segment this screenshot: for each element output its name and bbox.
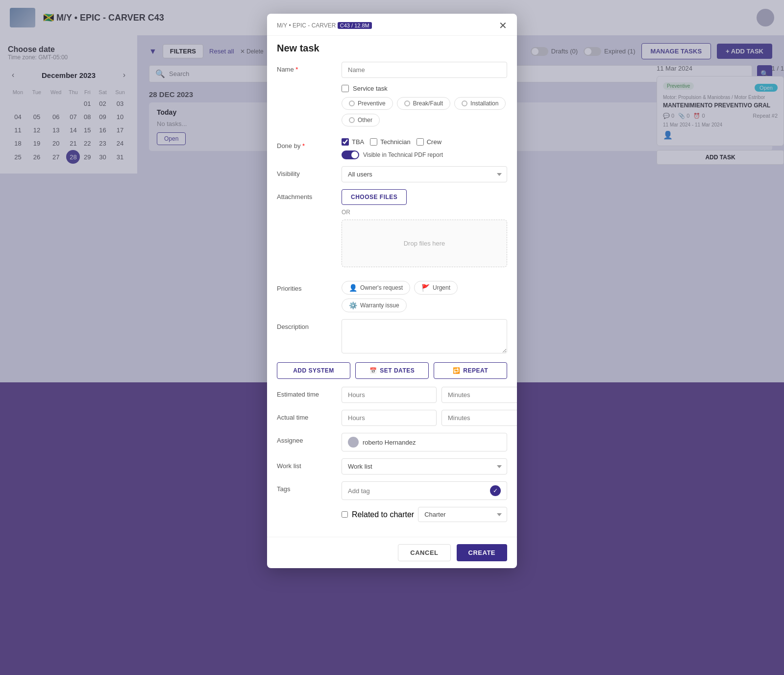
tags-field: ✓ bbox=[342, 481, 507, 500]
repeat-icon: 🔁 bbox=[453, 367, 461, 374]
crew-option: Crew bbox=[416, 138, 441, 146]
actual-time-inputs bbox=[342, 410, 517, 426]
attachments-field: CHOOSE FILES OR Drop files here bbox=[342, 189, 507, 267]
visibility-select[interactable]: All users Owner only Crew only bbox=[342, 166, 507, 182]
assignee-label: Assignee bbox=[277, 433, 336, 444]
tags-check-icon[interactable]: ✓ bbox=[490, 485, 501, 496]
modal-body: Name * Service task Preventive bbox=[267, 54, 517, 537]
installation-dot bbox=[462, 100, 467, 106]
charter-spacer bbox=[277, 507, 336, 511]
installation-label: Installation bbox=[470, 100, 498, 107]
crew-checkbox[interactable] bbox=[416, 138, 424, 146]
tags-label: Tags bbox=[277, 481, 336, 493]
modal-header: M/Y • EPIC - CARVER C43 / 12.8M ✕ bbox=[267, 14, 517, 36]
tags-input[interactable] bbox=[348, 487, 486, 495]
assignee-display[interactable]: roberto Hernandez bbox=[342, 433, 507, 451]
done-by-field: TBA Technician Crew Visible in Technical… bbox=[342, 138, 507, 159]
work-list-select[interactable]: Work list bbox=[342, 458, 507, 475]
type-installation[interactable]: Installation bbox=[454, 97, 506, 110]
priority-warranty-issue[interactable]: ⚙️ Warranty issue bbox=[342, 299, 407, 312]
owners-request-label: Owner's request bbox=[360, 284, 403, 291]
breadcrumb-badge: C43 / 12.8M bbox=[338, 22, 372, 29]
tags-row: Tags ✓ bbox=[277, 481, 507, 500]
set-dates-button[interactable]: 📅 SET DATES bbox=[355, 362, 429, 379]
modal-breadcrumb: M/Y • EPIC - CARVER C43 / 12.8M bbox=[277, 22, 372, 29]
breadcrumb-prefix: M/Y • EPIC - CARVER bbox=[277, 22, 336, 29]
priorities-field: 👤 Owner's request 🚩 Urgent ⚙️ Warranty i… bbox=[342, 281, 507, 312]
modal-close-button[interactable]: ✕ bbox=[499, 21, 507, 30]
visibility-row: Visibility All users Owner only Crew onl… bbox=[277, 166, 507, 182]
charter-checkbox[interactable] bbox=[342, 511, 348, 518]
priority-urgent[interactable]: 🚩 Urgent bbox=[414, 281, 458, 295]
estimated-hours-input[interactable] bbox=[342, 387, 437, 403]
charter-field: Related to charter Charter bbox=[342, 507, 507, 522]
charter-select[interactable]: Charter bbox=[418, 507, 507, 522]
name-row: Name * bbox=[277, 62, 507, 78]
set-dates-label: SET DATES bbox=[380, 367, 415, 374]
or-text: OR bbox=[342, 209, 507, 216]
new-task-modal: M/Y • EPIC - CARVER C43 / 12.8M ✕ New ta… bbox=[267, 14, 517, 568]
done-by-options: TBA Technician Crew bbox=[342, 138, 507, 146]
crew-label: Crew bbox=[427, 138, 441, 146]
cancel-button[interactable]: CANCEL bbox=[398, 544, 450, 561]
description-row: Description bbox=[277, 319, 507, 355]
description-field bbox=[342, 319, 507, 355]
tba-checkbox[interactable] bbox=[342, 138, 349, 146]
urgent-icon: 🚩 bbox=[421, 284, 430, 292]
priority-owners-request[interactable]: 👤 Owner's request bbox=[342, 281, 410, 295]
name-input[interactable] bbox=[342, 62, 507, 78]
preventive-label: Preventive bbox=[358, 100, 386, 107]
work-list-field: Work list bbox=[342, 458, 507, 475]
break-dot bbox=[404, 100, 410, 106]
attachments-row: Attachments CHOOSE FILES OR Drop files h… bbox=[277, 189, 507, 274]
description-textarea[interactable] bbox=[342, 319, 507, 353]
task-type-group: Preventive Break/Fault Installation Othe… bbox=[342, 97, 507, 126]
technician-option: Technician bbox=[370, 138, 410, 146]
priorities-row: Priorities 👤 Owner's request 🚩 Urgent ⚙️… bbox=[277, 281, 507, 312]
priorities-label: Priorities bbox=[277, 281, 336, 292]
modal-title: New task bbox=[267, 36, 517, 54]
assignee-name: roberto Hernandez bbox=[363, 439, 416, 446]
pdf-label: Visible in Technical PDF report bbox=[363, 151, 443, 158]
add-system-button[interactable]: ADD SYSTEM bbox=[277, 362, 350, 379]
work-list-label: Work list bbox=[277, 458, 336, 470]
repeat-button[interactable]: 🔁 REPEAT bbox=[434, 362, 507, 379]
preventive-dot bbox=[349, 100, 355, 106]
type-preventive[interactable]: Preventive bbox=[342, 97, 393, 110]
type-break-fault[interactable]: Break/Fault bbox=[397, 97, 450, 110]
tba-option: TBA bbox=[342, 138, 364, 146]
technician-label: Technician bbox=[380, 138, 410, 146]
pdf-toggle[interactable] bbox=[342, 150, 359, 159]
type-other[interactable]: Other bbox=[342, 114, 380, 126]
create-button[interactable]: CREATE bbox=[457, 544, 507, 561]
estimated-time-row: Estimated time bbox=[277, 387, 507, 403]
service-task-checkbox[interactable] bbox=[342, 85, 349, 92]
estimated-time-field bbox=[342, 387, 517, 403]
drop-zone-text: Drop files here bbox=[404, 240, 445, 247]
assignee-row: Assignee roberto Hernandez bbox=[277, 433, 507, 451]
estimated-minutes-input[interactable] bbox=[441, 387, 517, 403]
charter-row: Related to charter Charter bbox=[277, 507, 507, 522]
technician-checkbox[interactable] bbox=[370, 138, 377, 146]
other-dot bbox=[349, 117, 355, 123]
actual-hours-input[interactable] bbox=[342, 410, 437, 426]
repeat-label: REPEAT bbox=[463, 367, 488, 374]
action-buttons: ADD SYSTEM 📅 SET DATES 🔁 REPEAT bbox=[277, 362, 507, 379]
charter-label: Related to charter bbox=[352, 510, 414, 519]
tba-label: TBA bbox=[352, 138, 364, 146]
drop-zone[interactable]: Drop files here bbox=[342, 220, 507, 267]
actual-minutes-input[interactable] bbox=[441, 410, 517, 426]
done-by-label: Done by * bbox=[277, 138, 336, 150]
break-label: Break/Fault bbox=[413, 100, 443, 107]
name-label: Name * bbox=[277, 62, 336, 73]
work-list-row: Work list Work list bbox=[277, 458, 507, 475]
actual-time-label: Actual time bbox=[277, 410, 336, 421]
warranty-label: Warranty issue bbox=[360, 302, 399, 309]
visibility-field: All users Owner only Crew only bbox=[342, 166, 507, 182]
estimated-time-inputs bbox=[342, 387, 517, 403]
choose-files-button[interactable]: CHOOSE FILES bbox=[342, 189, 407, 205]
estimated-time-label: Estimated time bbox=[277, 387, 336, 398]
actual-time-field bbox=[342, 410, 517, 426]
modal-footer: CANCEL CREATE bbox=[267, 537, 517, 568]
done-by-row: Done by * TBA Technician Crew bbox=[277, 138, 507, 159]
